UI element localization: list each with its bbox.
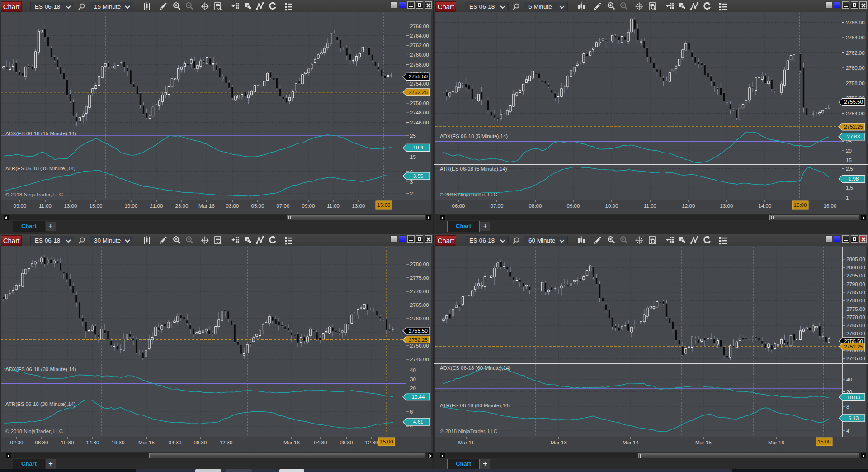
svg-text:1: 1 [846, 195, 849, 200]
svg-text:2780.00: 2780.00 [410, 262, 429, 267]
svg-text:Mar 16: Mar 16 [768, 440, 784, 445]
svg-text:02:30: 02:30 [10, 440, 24, 445]
svg-text:15: 15 [410, 154, 416, 160]
svg-text:14:00: 14:00 [759, 203, 772, 209]
svg-text:10.83: 10.83 [847, 395, 860, 400]
svg-text:15:00: 15:00 [377, 202, 391, 208]
svg-text:2785.00: 2785.00 [846, 290, 865, 295]
svg-text:1.98: 1.98 [849, 176, 859, 181]
svg-text:Mar 11: Mar 11 [458, 440, 474, 445]
svg-text:4: 4 [846, 428, 849, 434]
svg-text:25: 25 [410, 133, 416, 138]
svg-text:11:00: 11:00 [39, 203, 52, 209]
svg-text:07:00: 07:00 [277, 203, 290, 209]
svg-text:13:00: 13:00 [720, 203, 733, 209]
svg-text:09:00: 09:00 [302, 203, 315, 209]
svg-text:13:00: 13:00 [352, 203, 365, 209]
svg-text:6: 6 [410, 409, 413, 415]
svg-text:2758.00: 2758.00 [410, 62, 429, 67]
svg-text:2750.00: 2750.00 [410, 100, 429, 106]
svg-text:21:00: 21:00 [150, 203, 163, 209]
svg-text:06:30: 06:30 [35, 440, 48, 445]
svg-text:19.4: 19.4 [413, 145, 424, 150]
svg-text:2765.00: 2765.00 [846, 323, 865, 328]
svg-text:2760.00: 2760.00 [410, 316, 429, 321]
svg-text:2762.00: 2762.00 [410, 43, 429, 48]
svg-text:40: 40 [410, 367, 416, 373]
svg-text:03:00: 03:00 [226, 203, 239, 209]
svg-text:2755.50: 2755.50 [409, 328, 428, 334]
svg-text:15:00: 15:00 [794, 202, 807, 208]
svg-text:13:00: 13:00 [64, 203, 77, 209]
svg-text:16:00: 16:00 [824, 203, 837, 209]
svg-text:40: 40 [846, 377, 852, 382]
svg-text:10:00: 10:00 [605, 203, 618, 209]
svg-text:ATR(ES 06-18 (60 Minute),14): ATR(ES 06-18 (60 Minute),14) [440, 403, 510, 408]
svg-text:15:00: 15:00 [90, 203, 103, 209]
svg-text:2790.00: 2790.00 [846, 281, 865, 287]
svg-text:2765.00: 2765.00 [410, 302, 429, 308]
svg-text:Mar 14: Mar 14 [623, 440, 639, 445]
svg-text:15:00: 15:00 [818, 439, 831, 444]
svg-text:ADX(ES 06-18 (60 Minute),14): ADX(ES 06-18 (60 Minute),14) [440, 365, 511, 371]
svg-text:2754.00: 2754.00 [846, 111, 865, 116]
svg-text:10.44: 10.44 [412, 394, 425, 400]
svg-text:14:30: 14:30 [86, 440, 99, 445]
svg-text:10:30: 10:30 [61, 440, 74, 445]
svg-text:12:30: 12:30 [220, 440, 233, 445]
svg-text:2775.00: 2775.00 [846, 306, 865, 312]
svg-text:ATR(ES 06-18 (15 Minute),14): ATR(ES 06-18 (15 Minute),14) [5, 166, 75, 171]
svg-text:07:00: 07:00 [491, 203, 504, 209]
svg-text:2748.00: 2748.00 [410, 110, 429, 115]
svg-text:2760.00: 2760.00 [846, 65, 865, 71]
svg-text:12:30: 12:30 [365, 440, 378, 445]
svg-text:2770.00: 2770.00 [846, 315, 865, 320]
svg-text:2762.00: 2762.00 [846, 50, 865, 56]
svg-text:4.61: 4.61 [413, 419, 423, 424]
svg-text:09:00: 09:00 [567, 203, 580, 209]
svg-text:2755.50: 2755.50 [844, 99, 863, 105]
svg-text:© 2018 NinjaTrader, LLC: © 2018 NinjaTrader, LLC [440, 429, 497, 434]
svg-text:2766.00: 2766.00 [846, 20, 865, 25]
svg-text:ADX(ES 06-18 (30 Minute),14): ADX(ES 06-18 (30 Minute),14) [5, 367, 76, 372]
svg-text:20: 20 [410, 386, 416, 391]
svg-text:12:00: 12:00 [682, 203, 695, 209]
svg-text:ATR(ES 06-18 (5 Minute),14): ATR(ES 06-18 (5 Minute),14) [440, 166, 507, 172]
svg-text:19:00: 19:00 [125, 203, 138, 209]
svg-text:20: 20 [846, 148, 852, 153]
svg-text:04:30: 04:30 [314, 440, 327, 445]
svg-text:2770.00: 2770.00 [410, 289, 429, 294]
svg-text:08:30: 08:30 [340, 440, 353, 445]
svg-text:6.13: 6.13 [849, 415, 859, 421]
svg-text:2746.00: 2746.00 [410, 120, 429, 125]
svg-text:2752.25: 2752.25 [844, 124, 863, 129]
svg-text:2752.25: 2752.25 [409, 337, 428, 343]
svg-text:© 2018 NinjaTrader, LLC: © 2018 NinjaTrader, LLC [5, 192, 63, 197]
svg-text:08:00: 08:00 [529, 203, 542, 209]
svg-text:8: 8 [846, 404, 849, 410]
svg-text:2760.00: 2760.00 [846, 331, 865, 336]
svg-text:Mar 16: Mar 16 [283, 440, 300, 445]
svg-text:19:30: 19:30 [112, 440, 125, 445]
svg-text:2.5: 2.5 [846, 166, 853, 172]
svg-text:11:00: 11:00 [327, 203, 340, 209]
svg-text:27.63: 27.63 [847, 134, 860, 139]
svg-text:Mar 16: Mar 16 [198, 203, 215, 209]
svg-text:30: 30 [410, 377, 416, 382]
svg-text:2780.00: 2780.00 [846, 298, 865, 303]
svg-text:2805.00: 2805.00 [846, 257, 865, 262]
svg-text:06:00: 06:00 [452, 203, 465, 209]
svg-text:2764.00: 2764.00 [846, 35, 865, 40]
svg-text:23:00: 23:00 [175, 203, 189, 209]
svg-text:09:00: 09:00 [14, 203, 27, 209]
svg-text:ATR(ES 06-18 (30 Minute),14): ATR(ES 06-18 (30 Minute),14) [5, 401, 75, 407]
svg-text:2752.25: 2752.25 [844, 344, 863, 349]
svg-text:2764.00: 2764.00 [410, 33, 429, 38]
svg-text:Mar 15: Mar 15 [695, 440, 712, 445]
svg-text:08:30: 08:30 [194, 440, 207, 445]
svg-text:3: 3 [410, 179, 413, 185]
svg-text:2755.50: 2755.50 [409, 74, 428, 79]
svg-text:Mar 15: Mar 15 [138, 440, 155, 445]
svg-text:11:00: 11:00 [644, 203, 656, 209]
svg-text:05:00: 05:00 [251, 203, 264, 209]
